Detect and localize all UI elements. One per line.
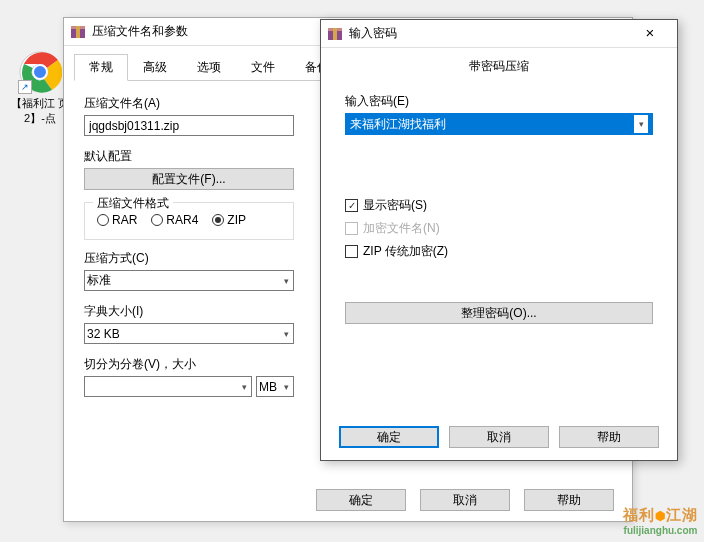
ok-button[interactable]: 确定 <box>316 489 406 511</box>
checkbox-icon <box>345 222 358 235</box>
pwd-button-row: 确定 取消 帮助 <box>321 426 677 448</box>
archive-name-input[interactable] <box>84 115 294 136</box>
zip-legacy-check[interactable]: ZIP 传统加密(Z) <box>345 243 653 260</box>
tab-files[interactable]: 文件 <box>236 54 290 81</box>
checkbox-icon <box>345 245 358 258</box>
chrome-icon: ↗ <box>18 50 62 94</box>
split-unit-select[interactable]: MB▾ <box>256 376 294 397</box>
radio-zip[interactable]: ZIP <box>212 213 246 227</box>
close-button[interactable]: × <box>629 21 671 47</box>
format-groupbox: 压缩文件格式 RAR RAR4 ZIP <box>84 202 294 240</box>
radio-rar4[interactable]: RAR4 <box>151 213 198 227</box>
encrypt-names-check: 加密文件名(N) <box>345 220 653 237</box>
radio-rar[interactable]: RAR <box>97 213 137 227</box>
help-button[interactable]: 帮助 <box>524 489 614 511</box>
tab-options[interactable]: 选项 <box>182 54 236 81</box>
tab-advanced[interactable]: 高级 <box>128 54 182 81</box>
chevron-down-icon: ▾ <box>284 276 289 286</box>
format-group-title: 压缩文件格式 <box>93 195 173 212</box>
winrar-icon <box>70 24 86 40</box>
cancel-button[interactable]: 取消 <box>420 489 510 511</box>
svg-point-2 <box>33 65 47 79</box>
watermark-text: 福利⬢江湖 <box>623 506 698 525</box>
organize-passwords-button[interactable]: 整理密码(O)... <box>345 302 653 324</box>
dict-select[interactable]: 32 KB▾ <box>84 323 294 344</box>
chevron-down-icon: ▾ <box>242 382 247 392</box>
pwd-subtitle: 带密码压缩 <box>321 48 677 85</box>
chevron-down-icon[interactable]: ▾ <box>634 115 648 133</box>
svg-rect-5 <box>76 26 80 38</box>
pwd-title: 输入密码 <box>349 25 629 42</box>
shortcut-arrow-icon: ↗ <box>18 80 32 94</box>
watermark: 福利⬢江湖 fulijianghu.com <box>623 506 698 536</box>
split-size-input[interactable]: ▾ <box>84 376 252 397</box>
method-select[interactable]: 标准▾ <box>84 270 294 291</box>
pwd-ok-button[interactable]: 确定 <box>339 426 439 448</box>
pwd-help-button[interactable]: 帮助 <box>559 426 659 448</box>
pwd-cancel-button[interactable]: 取消 <box>449 426 549 448</box>
password-input[interactable]: 来福利江湖找福利 ▾ <box>345 113 653 135</box>
winrar-icon <box>327 26 343 42</box>
svg-rect-8 <box>333 28 337 40</box>
show-password-check[interactable]: 显示密码(S) <box>345 197 653 214</box>
password-dialog: 输入密码 × 带密码压缩 输入密码(E) 来福利江湖找福利 ▾ 显示密码(S) … <box>320 19 678 461</box>
tab-general[interactable]: 常规 <box>74 54 128 81</box>
watermark-url: fulijianghu.com <box>623 525 698 536</box>
chevron-down-icon: ▾ <box>284 329 289 339</box>
enter-pwd-label: 输入密码(E) <box>345 93 653 110</box>
pwd-titlebar[interactable]: 输入密码 × <box>321 20 677 48</box>
main-button-row: 确定 取消 帮助 <box>316 489 614 511</box>
chevron-down-icon: ▾ <box>284 382 289 392</box>
checkbox-icon <box>345 199 358 212</box>
profile-button[interactable]: 配置文件(F)... <box>84 168 294 190</box>
